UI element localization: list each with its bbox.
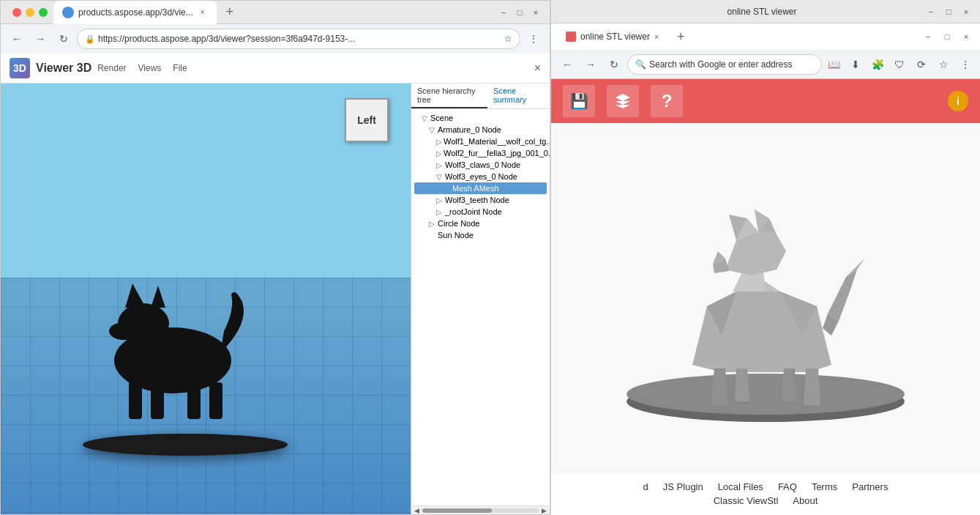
arrow-armature: ▽	[429, 126, 436, 134]
menu-file[interactable]: File	[173, 63, 187, 73]
tree-sun[interactable]: Sun Node	[414, 229, 547, 241]
3d-viewport[interactable]: Left	[1, 84, 411, 514]
right-footer: d JS Plugin Local Files FAQ Terms Partne…	[551, 472, 980, 515]
left-maximize-btn[interactable]	[39, 8, 48, 17]
left-tab-close[interactable]: ×	[198, 7, 208, 18]
footer-links-row1: d JS Plugin Local Files FAQ Terms Partne…	[566, 481, 965, 492]
right-minimize-btn[interactable]: −	[923, 4, 939, 20]
right-reader-icon[interactable]: 📖	[825, 56, 842, 73]
scene-scrollbar: ◀ ▶	[411, 505, 550, 514]
left-os-close[interactable]: ×	[528, 4, 544, 21]
tree-rootjoint[interactable]: ▷ _rootJoint Node	[414, 206, 547, 218]
label-circle: Circle Node	[438, 219, 479, 228]
right-nav-bar: ← → ↻ 🔍 Search with Google or enter addr…	[551, 50, 980, 79]
scroll-left-arrow[interactable]: ◀	[414, 507, 419, 514]
right-tab-bar: online STL viewer × + − □ ×	[551, 23, 980, 50]
right-nav-maximize[interactable]: □	[939, 29, 955, 45]
right-address-bar[interactable]: 🔍 Search with Google or enter address	[627, 54, 822, 75]
wolf-model-right	[590, 145, 941, 431]
svg-rect-3	[187, 379, 201, 419]
app-window: 3D Viewer 3D Render Views File × Left	[1, 53, 550, 514]
label-wolf3-eyes: Wolf3_eyes_0 Node	[445, 172, 517, 181]
right-refresh-button[interactable]: ↻	[604, 54, 624, 75]
footer-classic-viewstl-link[interactable]: Classic ViewStl	[714, 495, 779, 506]
tree-mesh-amesh[interactable]: Mesh AMesh	[414, 182, 547, 194]
arrow-scene: ▽	[422, 114, 429, 122]
right-download-icon[interactable]: ⬇	[847, 56, 864, 73]
footer-about-link[interactable]: About	[793, 495, 818, 506]
refresh-button[interactable]: ↻	[53, 29, 74, 49]
label-scene: Scene	[430, 114, 453, 122]
tree-circle[interactable]: ▷ Circle Node	[414, 218, 547, 229]
left-os-minimize[interactable]: −	[495, 4, 512, 21]
tree-wolf1[interactable]: ▷ Wolf1_Material__wolf_col_tg...	[414, 136, 547, 147]
footer-faq-link[interactable]: FAQ	[778, 481, 797, 492]
right-new-tab-btn[interactable]: +	[670, 26, 691, 47]
label-wolf3-claws: Wolf3_claws_0 Node	[445, 160, 520, 169]
right-sync-icon[interactable]: ⟳	[913, 56, 930, 73]
forward-button[interactable]: →	[30, 29, 51, 49]
right-nav-icons: 📖 ⬇ 🧩 🛡 ⟳ ☆ ⋮	[825, 56, 974, 73]
svg-marker-18	[782, 368, 796, 401]
right-tab-favicon	[566, 32, 576, 42]
footer-local-files-link[interactable]: Local Files	[718, 481, 763, 492]
arrow-wolf1: ▷	[436, 138, 442, 146]
svg-rect-2	[151, 382, 164, 419]
app-close-button[interactable]: ×	[534, 62, 541, 75]
scene-hierarchy-tab[interactable]: Scene hierarchy tree	[411, 84, 487, 108]
svg-marker-28	[828, 270, 857, 321]
scene-panel: Scene hierarchy tree Scene summary ▽ Sce…	[411, 84, 550, 514]
footer-partners-link[interactable]: Partners	[852, 481, 888, 492]
footer-terms-link[interactable]: Terms	[812, 481, 837, 492]
menu-views[interactable]: Views	[138, 63, 162, 73]
help-toolbar-btn[interactable]: ?	[651, 85, 683, 117]
bookmark-icon[interactable]: ☆	[504, 34, 512, 44]
right-back-button[interactable]: ←	[557, 54, 577, 75]
right-tab-close[interactable]: ×	[654, 32, 659, 41]
right-shield-icon[interactable]: 🛡	[891, 56, 908, 73]
svg-marker-16	[711, 368, 727, 405]
tree-wolf3-eyes[interactable]: ▽ Wolf3_eyes_0 Node	[414, 171, 547, 182]
right-os-controls: − □ ×	[923, 4, 974, 20]
label-rootjoint: _rootJoint Node	[445, 207, 502, 216]
menu-button[interactable]: ⋮	[523, 29, 544, 49]
right-menu-icon[interactable]: ⋮	[957, 56, 974, 73]
label-sun: Sun Node	[438, 231, 474, 240]
scene-summary-tab[interactable]: Scene summary	[487, 84, 550, 108]
view-cube[interactable]: Left	[345, 98, 389, 142]
right-close-btn[interactable]: ×	[958, 4, 974, 20]
svg-point-11	[626, 374, 905, 415]
info-badge[interactable]: i	[948, 91, 968, 111]
tree-wolf3-claws[interactable]: ▷ Wolf3_claws_0 Node	[414, 159, 547, 171]
menu-render[interactable]: Render	[97, 63, 126, 73]
arrow-rootjoint: ▷	[436, 208, 444, 216]
right-viewport[interactable]	[551, 123, 980, 472]
left-active-tab[interactable]: products.aspose.app/3d/vie... ×	[53, 1, 217, 24]
scroll-right-arrow[interactable]: ▶	[542, 507, 547, 514]
left-nav-bar: ← → ↻ 🔒 https://products.aspose.app/3d/v…	[1, 24, 550, 53]
box-toolbar-btn[interactable]	[607, 85, 639, 117]
right-extensions-icon[interactable]: 🧩	[869, 56, 886, 73]
right-maximize-btn[interactable]: □	[940, 4, 957, 20]
left-close-btn[interactable]	[12, 8, 21, 17]
view-cube-label: Left	[357, 114, 376, 126]
left-os-maximize[interactable]: □	[512, 4, 528, 21]
right-nav-minimize[interactable]: −	[920, 29, 936, 45]
right-bookmark-icon[interactable]: ☆	[935, 56, 952, 73]
address-bar[interactable]: 🔒 https://products.aspose.app/3d/viewer?…	[77, 29, 520, 49]
right-forward-button[interactable]: →	[580, 54, 601, 75]
left-new-tab-btn[interactable]: +	[220, 2, 240, 23]
scroll-track[interactable]	[422, 508, 539, 513]
right-active-tab[interactable]: online STL viewer ×	[557, 25, 667, 48]
svg-marker-17	[735, 368, 749, 401]
right-nav-close[interactable]: ×	[958, 29, 974, 45]
tree-wolf2[interactable]: ▷ Wolf2_fur__fella3_jpg_001_0...	[414, 147, 547, 159]
tree-wolf3-teeth[interactable]: ▷ Wolf3_teeth Node	[414, 194, 547, 206]
footer-partial-link[interactable]: d	[643, 481, 648, 492]
left-minimize-btn[interactable]	[26, 8, 34, 17]
tree-scene[interactable]: ▽ Scene	[414, 112, 547, 124]
back-button[interactable]: ←	[7, 29, 27, 49]
footer-js-plugin-link[interactable]: JS Plugin	[663, 481, 703, 492]
tree-armature[interactable]: ▽ Armature_0 Node	[414, 124, 547, 136]
save-toolbar-btn[interactable]: 💾	[563, 85, 595, 117]
